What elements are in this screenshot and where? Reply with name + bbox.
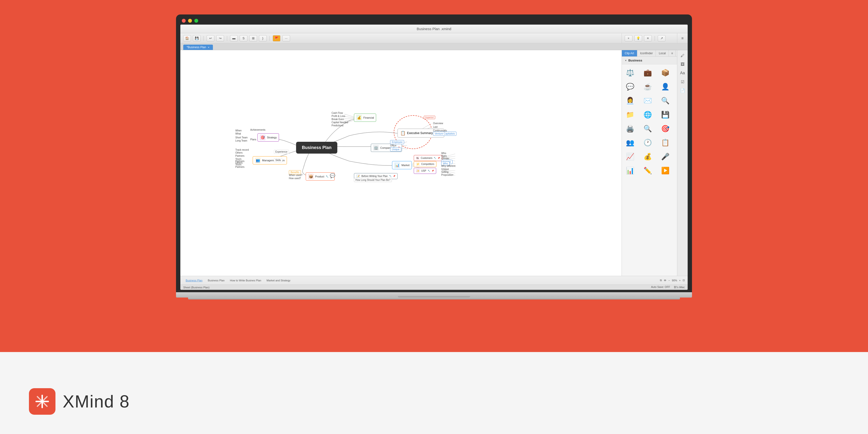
local-tab[interactable]: Local [656,50,669,56]
window-title: Business Plan .xmind [416,27,451,31]
frt-top-btn[interactable]: ≡ [680,35,685,42]
sheet-tab-4[interactable]: Market and Strategy [264,278,293,283]
grid-btn[interactable]: ⊞ [249,35,257,41]
sheet-tab-1[interactable]: Business Plan [183,278,205,283]
icon-spreadsheet[interactable]: 📊 [624,164,636,177]
user-name: 郭's iMac [674,285,685,289]
tab-close-btn[interactable]: ✕ [208,46,210,49]
sheet-tabs: Business Plan Business Plan How to Write… [183,278,660,283]
status-bar: Sheet (Business Plan) Auto Save: OFF 郭's… [180,284,688,290]
home-btn[interactable]: 🏠 [183,35,191,41]
icon-microphone[interactable]: 🎤 [659,150,672,163]
close-button[interactable] [182,19,186,23]
icon-chat[interactable]: 💬 [624,80,636,93]
usp-label: USP [421,169,426,172]
icon-team[interactable]: 👥 [624,136,636,149]
rp-tool3[interactable]: ≡ [644,35,652,41]
icon-checklist[interactable]: 📋 [659,136,672,149]
icon-briefcase[interactable]: 💼 [641,66,654,79]
view-icon[interactable]: 👁 [664,279,666,282]
sheet-tab-3[interactable]: How to Write Busines Plan [227,278,264,283]
icon-coin[interactable]: 💰 [641,150,654,163]
icon-person[interactable]: 👤 [659,80,672,93]
main-toolbar: 🏠 💾 ↩ ↪ ▬ S ⊞ } 🚩 ··· [180,33,622,43]
save-btn[interactable]: 💾 [193,35,200,41]
icon-scales[interactable]: ⚖️ [624,66,636,79]
rp-tool4[interactable]: ↗ [658,35,665,41]
scurve-btn[interactable]: S [240,35,247,41]
icon-magnify[interactable]: 🔍 [641,122,654,135]
frt-btn-5[interactable]: 📄 [679,87,686,94]
customers-node: 🛍 Customers 🔧 📌 [414,155,442,161]
sep3 [270,36,270,41]
redo-btn[interactable]: ↪ [216,35,224,41]
unique-node: Unique [390,147,401,151]
icon-search-orange[interactable]: 🔍 [659,94,672,107]
zoom-plus[interactable]: + [679,279,681,282]
frt-btn-1[interactable]: 🖊 [679,52,686,59]
profit-loss: Profit & Loss [332,115,345,117]
xmind-logo-icon [29,388,56,415]
rp-tool2[interactable]: 💡 [634,35,642,41]
more-btn[interactable]: ··· [282,35,290,41]
layout-btn[interactable]: ▬ [230,35,238,41]
icon-box[interactable]: 📦 [659,66,672,79]
when-used: When used? [289,174,302,177]
status-right: Auto Save: OFF 郭's iMac [651,285,685,289]
icon-play[interactable]: ▶️ [659,164,672,177]
icon-clock[interactable]: 🕐 [641,136,654,149]
superior-label: Superior! [424,116,435,119]
zoom-level: 90% [672,279,677,282]
rp-tool1[interactable]: ≡ [625,35,632,41]
proposition-usp: Proposition [441,174,453,176]
achievements: Achievements [250,128,266,131]
mind-map-canvas[interactable]: Business Plan Superior! 📋 Executive Summ… [180,50,622,276]
capital-needed: Capital Needed [332,121,348,124]
laptop-stand [188,298,680,300]
competitors-label: Competitors [421,163,434,165]
strategy-node: 🎯 Strategy [257,133,279,142]
filter-icon[interactable]: ⧉ [660,279,662,282]
customers-label: Customers [421,157,432,159]
financial-node: 💰 Financial [354,114,376,122]
bracket-btn[interactable]: } [259,35,267,41]
icon-save[interactable]: 💾 [659,108,672,121]
autosave-status: Auto Save: OFF [651,285,670,289]
break-even: Break Even [332,118,344,121]
icon-globe[interactable]: 🌐 [641,108,654,121]
zoom-minus[interactable]: − [669,279,670,282]
iconfinder-tab[interactable]: Iconfinder [637,50,656,56]
frt-btn-4[interactable]: ☑ [679,78,686,85]
icon-folder[interactable]: 📁 [624,108,636,121]
skills-node: Skills [274,158,282,162]
icon-printer[interactable]: 🖨️ [624,122,636,135]
xmind-logo-text: XMind 8 [63,392,130,411]
icon-chart[interactable]: 📈 [624,150,636,163]
bottom-white-section [0,352,868,434]
undo-btn[interactable]: ↩ [207,35,214,41]
sheet-tab-2[interactable]: Business Plan [206,278,227,283]
bottom-icon: 💬 [330,173,335,179]
list-view-tab[interactable]: ≡ [669,50,676,56]
business-plan-tab[interactable]: *Business Plan ✕ [183,44,213,50]
experience: Experience [274,150,289,154]
icon-businesswoman[interactable]: 👩‍💼 [624,94,636,107]
frt-btn-2[interactable]: 🖼 [679,61,686,68]
icon-coffee[interactable]: ☕ [641,80,654,93]
marker-btn[interactable]: 🚩 [273,35,280,41]
clip-art-tab[interactable]: Clip Art [622,50,637,56]
competitors-node: ⚡ Competitors [414,161,436,167]
laptop-body: Business Plan .xmind 🏠 💾 ↩ ↪ ▬ [169,14,699,300]
frt-btn-3[interactable]: Aa [679,69,686,77]
maximize-button[interactable] [194,19,198,23]
laptop-container: Business Plan .xmind 🏠 💾 ↩ ↪ ▬ [169,14,699,300]
icon-target[interactable]: 🎯 [659,122,672,135]
icon-pencil[interactable]: ✏️ [641,164,654,177]
fit-icon[interactable]: ⊡ [683,279,685,282]
partners-exp: Partners [235,155,245,157]
sep2 [227,36,227,41]
minimize-button[interactable] [188,19,192,23]
tab-label: *Business Plan [187,45,206,49]
icon-email[interactable]: ✉️ [641,94,654,107]
why-diff: Why different [441,165,456,167]
